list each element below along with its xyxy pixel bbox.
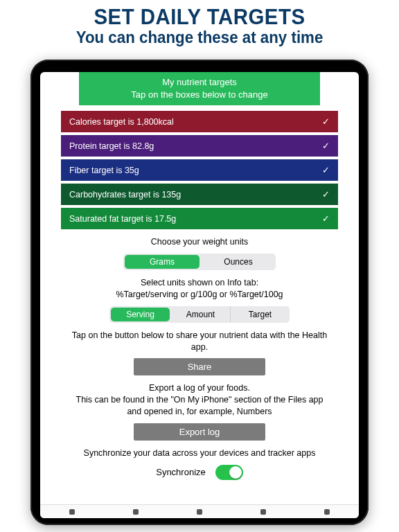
tab-item[interactable]: [260, 509, 266, 515]
info-units-prompt: Select units shown on Info tab: %Target/…: [68, 277, 331, 301]
tab-item[interactable]: [69, 509, 75, 515]
check-icon: ✓: [322, 189, 330, 200]
sync-prompt: Synchronize your data across your device…: [68, 447, 331, 459]
tab-icon: [324, 509, 330, 515]
share-button[interactable]: Share: [134, 358, 265, 375]
target-row[interactable]: Fiber target is 35g✓: [61, 159, 338, 181]
target-label: Fiber target is 35g: [69, 166, 139, 175]
tablet-frame: My nutrient targets Tap on the boxes bel…: [30, 60, 369, 525]
targets-header: My nutrient targets Tap on the boxes bel…: [79, 72, 320, 105]
export-log-button[interactable]: Export log: [134, 423, 265, 441]
app-screen: My nutrient targets Tap on the boxes bel…: [40, 72, 359, 518]
target-row[interactable]: Protein target is 82.8g✓: [61, 135, 338, 157]
check-icon: ✓: [322, 213, 330, 224]
check-icon: ✓: [322, 116, 330, 127]
tab-icon: [69, 509, 75, 515]
targets-header-line1: My nutrient targets: [79, 76, 320, 89]
tab-item[interactable]: [133, 509, 139, 515]
targets-header-line2: Tap on the boxes below to change: [79, 89, 320, 101]
target-label: Carbohydrates target is 135g: [69, 190, 181, 200]
target-label: Protein target is 82.8g: [69, 141, 154, 151]
gear-icon: [133, 509, 139, 515]
tab-item[interactable]: [324, 509, 330, 515]
segment-option[interactable]: Target: [230, 306, 290, 323]
weight-units-prompt: Choose your weight units: [68, 236, 331, 248]
tab-bar: [40, 504, 359, 518]
segment-option[interactable]: Amount: [171, 306, 230, 323]
target-row[interactable]: Calories target is 1,800kcal✓: [61, 111, 338, 132]
export-prompt: Export a log of your foods. This can be …: [68, 382, 331, 418]
segment-option[interactable]: Serving: [111, 308, 170, 321]
check-icon: ✓: [322, 165, 330, 175]
tab-icon: [197, 509, 202, 515]
promo-subtitle: You can change these at any time: [6, 28, 393, 47]
target-label: Saturated fat target is 17.5g: [69, 214, 176, 224]
segment-option[interactable]: Ounces: [201, 254, 276, 270]
weight-units-segmented[interactable]: GramsOunces: [123, 254, 276, 270]
sync-label: Synchronize: [156, 467, 206, 477]
tab-item[interactable]: [197, 509, 202, 515]
check-icon: ✓: [322, 141, 330, 151]
target-row[interactable]: Carbohydrates target is 135g✓: [61, 184, 338, 205]
share-prompt: Tap on the button below to share your nu…: [68, 330, 331, 353]
target-row[interactable]: Saturated fat target is 17.5g✓: [61, 208, 338, 229]
segment-option[interactable]: Grams: [125, 255, 200, 269]
target-label: Calories target is 1,800kcal: [69, 117, 174, 127]
sync-toggle[interactable]: [215, 465, 243, 480]
info-units-segmented[interactable]: ServingAmountTarget: [109, 306, 290, 323]
tab-icon: [260, 509, 266, 515]
promo-title: SET DAILY TARGETS: [16, 4, 383, 30]
